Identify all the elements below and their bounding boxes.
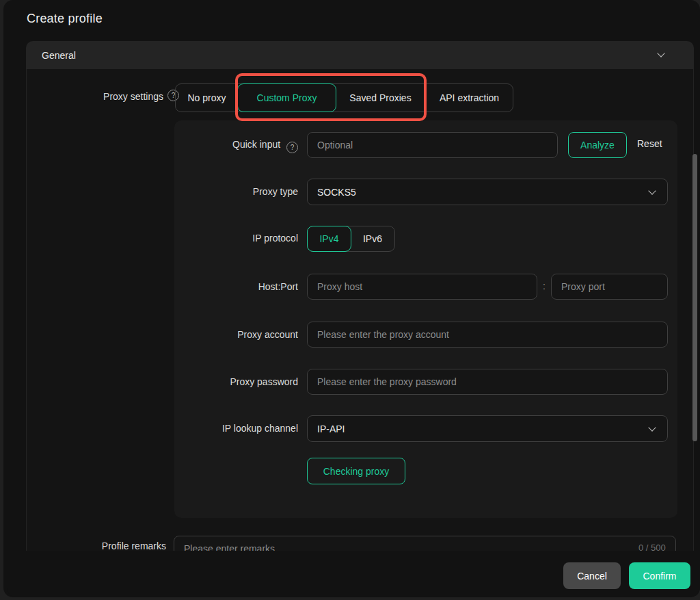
create-profile-modal: Create profile General Proxy settings ? … xyxy=(3,0,700,597)
quick-input-label-text: Quick input xyxy=(232,139,280,150)
general-section-body: Proxy settings ? No proxy Custom Proxy S… xyxy=(26,69,694,551)
general-section-label: General xyxy=(42,50,76,61)
tab-custom-proxy[interactable]: Custom Proxy xyxy=(237,83,336,112)
ip-lookup-channel-label: IP lookup channel xyxy=(174,423,298,434)
ip-protocol-group: IPv4 IPv6 xyxy=(307,226,395,252)
scrollbar-thumb[interactable] xyxy=(692,154,697,441)
tab-saved-proxies[interactable]: Saved Proxies xyxy=(336,84,425,112)
profile-remarks-textarea[interactable] xyxy=(174,536,676,551)
tab-no-proxy[interactable]: No proxy xyxy=(176,84,238,112)
ipv6-button[interactable]: IPv6 xyxy=(351,226,394,251)
proxy-settings-tabs: No proxy Custom Proxy Saved Proxies API … xyxy=(175,83,513,112)
proxy-type-select[interactable]: SOCKS5 xyxy=(307,179,668,205)
proxy-settings-label: Proxy settings xyxy=(27,91,163,102)
help-icon[interactable]: ? xyxy=(286,142,298,153)
chevron-down-icon xyxy=(648,187,656,194)
proxy-type-label: Proxy type xyxy=(174,186,298,197)
proxy-type-value: SOCKS5 xyxy=(317,187,356,198)
modal-footer: Cancel Confirm xyxy=(7,551,700,597)
proxy-account-label: Proxy account xyxy=(174,329,298,340)
confirm-button[interactable]: Confirm xyxy=(629,562,690,589)
cancel-button[interactable]: Cancel xyxy=(563,562,621,589)
ip-lookup-channel-select[interactable]: IP-API xyxy=(307,415,668,442)
general-section-header[interactable]: General xyxy=(26,41,694,69)
checking-proxy-button[interactable]: Checking proxy xyxy=(307,458,405,484)
host-port-label: Host:Port xyxy=(174,281,298,292)
proxy-password-label: Proxy password xyxy=(174,376,298,387)
tab-api-extraction[interactable]: API extraction xyxy=(425,84,513,112)
host-port-separator: : xyxy=(543,281,546,291)
custom-proxy-panel: Quick input ? Analyze Reset Proxy type S… xyxy=(174,120,677,518)
proxy-account-input[interactable] xyxy=(307,322,668,348)
reset-button[interactable]: Reset xyxy=(637,138,662,149)
proxy-host-input[interactable] xyxy=(307,274,537,300)
ipv4-button[interactable]: IPv4 xyxy=(307,226,351,252)
char-counter: 0 / 500 xyxy=(638,543,666,551)
chevron-down-icon xyxy=(648,423,656,431)
quick-input-field[interactable] xyxy=(307,132,558,158)
proxy-port-input[interactable] xyxy=(551,274,668,300)
quick-input-label: Quick input ? xyxy=(174,139,298,153)
page-title: Create profile xyxy=(27,12,103,26)
profile-remarks-label: Profile remarks xyxy=(27,540,166,551)
ip-lookup-channel-value: IP-API xyxy=(317,423,345,434)
proxy-password-input[interactable] xyxy=(307,369,668,395)
chevron-down-icon xyxy=(657,49,664,57)
ip-protocol-label: IP protocol xyxy=(174,233,298,244)
analyze-button[interactable]: Analyze xyxy=(568,132,627,158)
